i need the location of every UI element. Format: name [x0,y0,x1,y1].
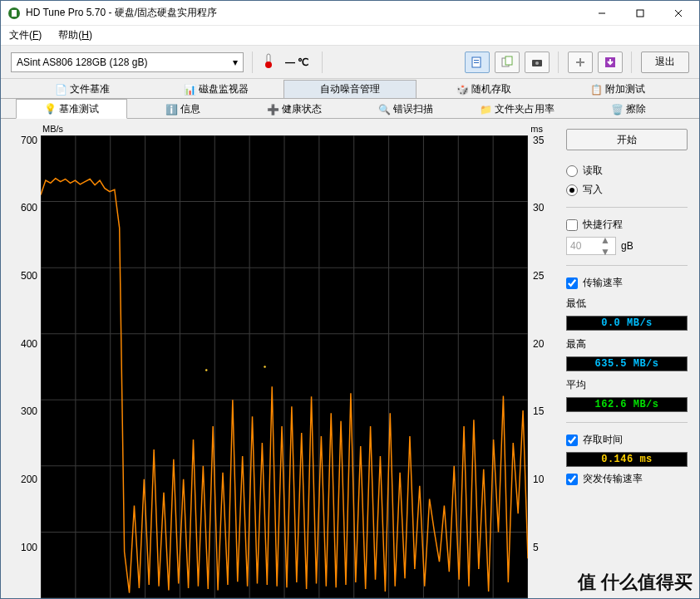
svg-rect-1 [12,10,17,17]
transfer-rate-check[interactable]: 传输速率 [566,276,688,290]
menu-help[interactable]: 帮助(H) [58,28,92,42]
separator [252,52,254,73]
svg-rect-3 [637,10,643,17]
svg-point-41 [205,369,208,371]
window-title: HD Tune Pro 5.70 - 硬盘/固态硬盘实用程序 [26,6,583,20]
write-radio[interactable]: 写入 [566,183,688,197]
extra-icon: 📋 [590,84,602,96]
content-area: MB/s ms 700600500400300200100 3530252015… [1,119,699,598]
tab-health[interactable]: ➕健康状态 [239,100,350,118]
y-axis-label: MB/s [42,124,63,134]
tab-erase[interactable]: 🗑️擦除 [573,100,684,118]
random-icon: 🎲 [456,84,468,96]
y2-axis-label: ms [530,124,543,134]
svg-rect-16 [579,58,581,66]
drive-select[interactable]: ASint AS806 128GB (128 gB) ▾ [11,52,244,72]
tab-row-lower: 💡基准测试 ℹ️信息 ➕健康状态 🔍错误扫描 📁文件夹占用率 🗑️擦除 [1,99,699,119]
copy-info-button[interactable] [465,52,490,73]
search-icon: 🔍 [378,104,390,115]
separator [322,52,323,73]
exit-button[interactable]: 退出 [641,52,689,73]
maximize-button[interactable] [621,1,659,26]
read-radio[interactable]: 读取 [566,164,688,178]
screenshot-button[interactable] [525,52,550,73]
access-value: 0.146 ms [566,452,688,467]
app-icon [7,7,21,20]
avg-label: 平均 [566,378,688,392]
separator [631,52,633,73]
min-value: 0.0 MB/s [566,316,688,331]
copy-screenshot-button[interactable] [495,52,520,73]
tab-info[interactable]: ℹ️信息 [127,100,239,118]
separator [566,207,688,208]
sidebar: 开始 读取 写入 快捷行程 40▲▼ gB 传输速率 最低 0.0 MB/s 最… [558,119,699,598]
tab-error-scan[interactable]: 🔍错误扫描 [350,100,461,118]
health-icon: ➕ [267,104,279,115]
trash-icon: 🗑️ [611,104,623,115]
y2-ticks: 3530252015105 [531,135,548,598]
chart-area: MB/s ms 700600500400300200100 3530252015… [1,119,558,598]
tab-disk-monitor[interactable]: 📊磁盘监视器 [150,80,283,98]
save-button[interactable] [598,52,623,73]
menu-bar: 文件(F) 帮助(H) [1,26,699,46]
settings-button[interactable] [568,52,593,73]
minimize-button[interactable] [583,1,621,26]
short-stroke-check[interactable]: 快捷行程 [566,218,688,232]
svg-rect-12 [505,56,512,65]
svg-point-7 [265,61,272,68]
tab-extra-tests[interactable]: 📋附加测试 [550,80,684,98]
temperature-value: — ℃ [285,56,308,68]
svg-rect-10 [474,62,479,63]
info-icon: ℹ️ [165,104,177,115]
max-label: 最高 [566,337,688,351]
tab-aam[interactable]: 自动噪音管理 [283,80,417,98]
burst-rate-check[interactable]: 突发传输速率 [566,472,688,486]
y-ticks: 700600500400300200100 [16,135,39,598]
tab-folder-usage[interactable]: 📁文件夹占用率 [461,100,573,118]
close-button[interactable] [659,1,698,26]
titlebar: HD Tune Pro 5.70 - 硬盘/固态硬盘实用程序 [1,1,699,26]
access-time-check[interactable]: 存取时间 [566,433,688,447]
svg-point-42 [264,366,266,367]
tab-benchmark[interactable]: 💡基准测试 [16,99,127,119]
separator [566,422,688,423]
max-value: 635.5 MB/s [566,356,688,371]
separator [566,265,688,266]
toolbar: ASint AS806 128GB (128 gB) ▾ — ℃ 退出 [1,46,699,79]
svg-rect-9 [474,60,479,61]
separator [558,52,560,73]
avg-value: 162.6 MB/s [566,397,688,412]
min-label: 最低 [566,297,688,311]
thermometer-icon [262,52,275,71]
drive-select-value: ASint AS806 128GB (128 gB) [17,56,147,68]
short-stroke-value[interactable]: 40▲▼ gB [566,237,688,255]
svg-point-14 [535,61,539,65]
start-button[interactable]: 开始 [566,129,688,150]
dropdown-icon: ▾ [233,56,238,68]
tab-row-upper: 📄文件基准 📊磁盘监视器 自动噪音管理 🎲随机存取 📋附加测试 [1,79,699,99]
benchmark-chart [41,135,528,598]
tab-file-benchmark[interactable]: 📄文件基准 [16,80,150,98]
folder-icon: 📁 [480,104,491,115]
file-icon: 📄 [55,84,67,96]
monitor-icon: 📊 [184,84,195,96]
menu-file[interactable]: 文件(F) [9,28,42,42]
bulb-icon: 💡 [44,103,56,115]
tab-random-access[interactable]: 🎲随机存取 [417,80,550,98]
